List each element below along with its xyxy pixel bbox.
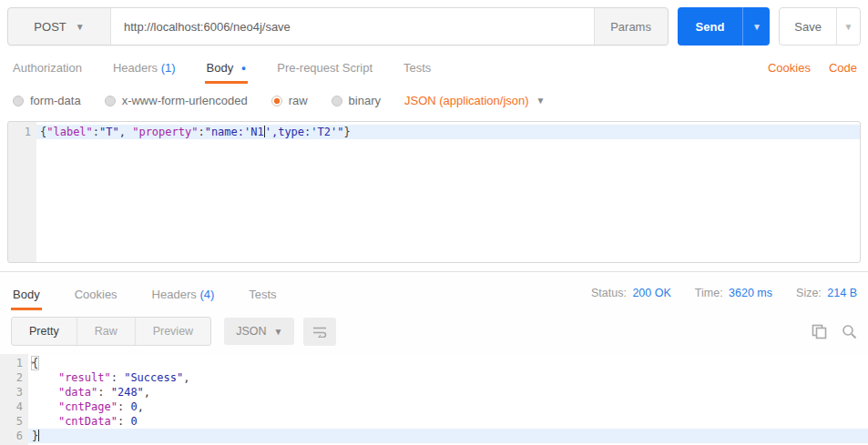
section-divider: [0, 263, 868, 271]
radio-label: binary: [349, 94, 381, 107]
code-content: {: [28, 356, 868, 370]
method-select[interactable]: POST ▼: [8, 8, 110, 45]
line-number: 1: [8, 125, 36, 139]
tab-tests[interactable]: Tests: [402, 54, 433, 84]
radio-circle-icon: [105, 96, 116, 106]
headers-count-badge: (4): [199, 288, 214, 301]
body-modified-dot: ●: [241, 64, 246, 73]
tab-response-body[interactable]: Body: [11, 280, 42, 310]
radio-x-www-form-urlencoded[interactable]: x-www-form-urlencoded: [105, 94, 248, 107]
status-label: Status:: [591, 287, 627, 299]
tab-headers[interactable]: Headers (1): [111, 54, 178, 84]
radio-label: raw: [289, 94, 308, 107]
tab-response-headers[interactable]: Headers (4): [150, 280, 217, 310]
content-type-label: JSON (application/json): [404, 94, 529, 107]
send-button[interactable]: Send: [678, 7, 743, 46]
view-pretty[interactable]: Pretty: [12, 318, 77, 345]
url-group: POST ▼ Params: [7, 7, 669, 46]
radio-circle-icon: [13, 96, 24, 106]
request-body-editor[interactable]: 1{"label":"T", "property":"name:'N1',typ…: [7, 121, 861, 263]
copy-icon: [812, 324, 827, 339]
save-button-group: Save ▼: [779, 7, 861, 46]
search-response-button[interactable]: [842, 324, 857, 339]
code-line: 6}: [0, 429, 868, 443]
code-content: "data": "248",: [28, 385, 868, 399]
size-badge: Size: 214 B: [796, 287, 857, 299]
time-badge: Time: 3620 ms: [695, 287, 772, 299]
params-button[interactable]: Params: [595, 8, 668, 45]
line-number: 2: [0, 370, 28, 385]
time-value: 3620 ms: [729, 287, 772, 299]
method-label: POST: [34, 20, 66, 34]
response-language-select[interactable]: JSON ▼: [224, 318, 294, 345]
code-content: "result": "Success",: [28, 370, 868, 385]
body-type-row: form-data x-www-form-urlencoded raw bina…: [0, 84, 868, 117]
tab-response-cookies[interactable]: Cookies: [73, 280, 119, 310]
chevron-down-icon: ▼: [536, 96, 546, 106]
radio-label: x-www-form-urlencoded: [122, 94, 248, 107]
language-label: JSON: [236, 325, 266, 338]
tab-body[interactable]: Body ●: [205, 54, 249, 84]
tab-headers-label: Headers: [113, 61, 158, 75]
wrap-lines-icon: [312, 325, 327, 338]
cookies-link[interactable]: Cookies: [768, 61, 811, 84]
code-content: "cntPage": 0,: [28, 399, 868, 414]
code-line: 2 "result": "Success",: [0, 370, 868, 385]
radio-label: form-data: [30, 94, 81, 107]
tab-response-tests[interactable]: Tests: [247, 280, 278, 310]
view-preview[interactable]: Preview: [135, 318, 210, 345]
status-value: 200 OK: [632, 287, 670, 299]
time-label: Time:: [695, 287, 723, 299]
code-line: 4 "cntPage": 0,: [0, 399, 868, 414]
radio-circle-icon: [332, 96, 342, 106]
headers-count-badge: (1): [161, 61, 176, 75]
wrap-lines-button[interactable]: [303, 318, 336, 346]
tab-body-label: Body: [207, 61, 234, 75]
chevron-down-icon: ▼: [76, 22, 85, 32]
line-number: 5: [0, 414, 28, 429]
code-line: 1{"label":"T", "property":"name:'N1',typ…: [8, 125, 860, 139]
tab-pre-request-script[interactable]: Pre-request Script: [275, 54, 374, 84]
size-value: 214 B: [827, 287, 857, 299]
save-button[interactable]: Save: [780, 8, 836, 45]
copy-response-button[interactable]: [812, 324, 827, 339]
response-toolbar: Pretty Raw Preview JSON ▼: [0, 310, 868, 354]
chevron-down-icon: ▼: [273, 327, 282, 337]
code-line: 5 "cntData": 0: [0, 414, 868, 429]
send-button-group: Send ▼: [678, 7, 771, 46]
radio-binary[interactable]: binary: [332, 94, 381, 107]
code-link[interactable]: Code: [829, 61, 857, 84]
view-mode-group: Pretty Raw Preview: [11, 317, 211, 346]
response-body-editor[interactable]: 1▾{2 "result": "Success",3 "data": "248"…: [0, 354, 868, 445]
code-content: {"label":"T", "property":"name:'N1',type…: [36, 125, 860, 139]
code-content: "cntData": 0: [28, 414, 868, 429]
chevron-down-icon: ▼: [752, 22, 761, 32]
chevron-down-icon: ▼: [844, 22, 853, 32]
line-number: 3: [0, 385, 28, 399]
code-line: 1▾{: [0, 356, 868, 370]
response-meta: Status: 200 OK Time: 3620 ms Size: 214 B: [591, 287, 857, 310]
send-options-button[interactable]: ▼: [742, 7, 770, 46]
request-tabs: Authorization Headers (1) Body ● Pre-req…: [0, 53, 868, 84]
save-options-button[interactable]: ▼: [836, 8, 860, 45]
radio-selected-icon: [271, 96, 282, 106]
size-label: Size:: [796, 287, 822, 299]
view-raw[interactable]: Raw: [77, 318, 135, 345]
search-icon: [842, 324, 857, 339]
line-number: 4: [0, 399, 28, 414]
tab-authorization[interactable]: Authorization: [11, 54, 84, 84]
code-line: 3 "data": "248",: [0, 385, 868, 399]
radio-form-data[interactable]: form-data: [13, 94, 81, 107]
line-number: 6: [0, 429, 28, 443]
status-badge: Status: 200 OK: [591, 287, 671, 299]
fold-arrow-icon[interactable]: ▾: [30, 356, 35, 370]
response-tabs: Body Cookies Headers (4) Tests Status: 2…: [0, 272, 868, 310]
url-input[interactable]: [110, 8, 595, 45]
code-content: }: [28, 429, 868, 443]
response-section: Body Cookies Headers (4) Tests Status: 2…: [0, 271, 868, 445]
content-type-select[interactable]: JSON (application/json) ▼: [404, 94, 545, 107]
request-bar: POST ▼ Params Send ▼ Save ▼: [0, 0, 868, 53]
line-number: 1▾: [0, 356, 28, 370]
radio-raw[interactable]: raw: [271, 94, 308, 107]
tab-headers-label: Headers: [152, 288, 197, 301]
